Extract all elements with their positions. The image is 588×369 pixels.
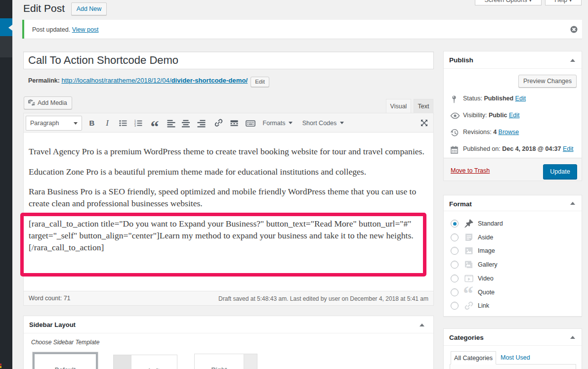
svg-text:3: 3 [134, 124, 136, 127]
